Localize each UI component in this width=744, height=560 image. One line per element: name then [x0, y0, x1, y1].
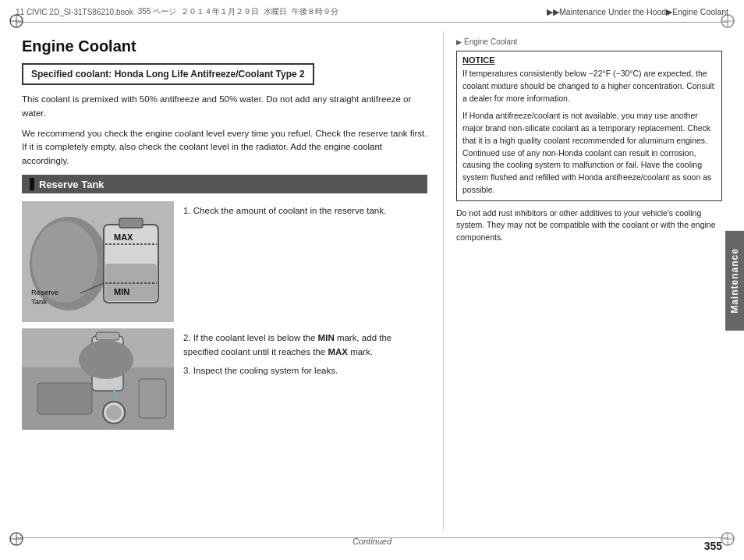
- svg-rect-33: [139, 379, 166, 418]
- svg-rect-32: [37, 383, 92, 414]
- header-day: 水曜日: [264, 6, 287, 17]
- main-content: Engine Coolant Specified coolant: Honda …: [22, 31, 722, 530]
- right-para3: Do not add rust inhibitors or other addi…: [456, 207, 722, 244]
- right-column: ▶ Engine Coolant NOTICE If temperatures …: [443, 31, 722, 530]
- breadcrumb-arrow-icon: ▶: [456, 38, 462, 46]
- step2-prefix: 2. If the coolant level is below the: [183, 333, 318, 342]
- section-heading-label: Reserve Tank: [39, 179, 105, 190]
- reserve-tank-section: MAX MIN Reserve Tank 1. Check the amount…: [22, 201, 427, 322]
- header-row: 11 CIVIC 2D_SI-31TS86210.book 355 ページ ２０…: [16, 6, 728, 17]
- step2-max-bold: MAX: [328, 347, 348, 356]
- step2-min-bold: MIN: [318, 333, 335, 342]
- reserve-tank-image: MAX MIN Reserve Tank: [22, 201, 174, 322]
- step2-suffix: mark.: [348, 347, 373, 356]
- breadcrumb-label: Engine Coolant: [464, 37, 517, 46]
- page-number: 355: [704, 540, 722, 552]
- corner-bl: [8, 530, 25, 548]
- step2-text: 2. If the coolant level is below the MIN…: [183, 331, 427, 360]
- pour-image: [22, 328, 174, 430]
- bottom-section: 2. If the coolant level is below the MIN…: [22, 328, 427, 430]
- heading-bar: [30, 178, 34, 190]
- maintenance-tab: Maintenance: [725, 231, 744, 331]
- step1-col: 1. Check the amount of coolant in the re…: [183, 201, 427, 322]
- top-border: [16, 22, 728, 23]
- notice-title: NOTICE: [462, 55, 716, 65]
- header-right: ▶▶Maintenance Under the Hood▶Engine Cool…: [547, 7, 728, 16]
- header-page-num: 355 ページ: [138, 6, 176, 17]
- page-title: Engine Coolant: [22, 37, 427, 55]
- continued-text: Continued: [353, 537, 391, 546]
- right-breadcrumb: ▶ Engine Coolant: [456, 37, 722, 46]
- left-column: Engine Coolant Specified coolant: Honda …: [22, 31, 443, 530]
- svg-text:MAX: MAX: [114, 232, 133, 242]
- notice-para2: If Honda antifreeze/coolant is not avail…: [462, 110, 716, 196]
- svg-text:Tank: Tank: [31, 297, 47, 306]
- notice-box: NOTICE If temperatures consistently belo…: [456, 51, 722, 201]
- svg-point-29: [79, 340, 133, 379]
- step3-text: 3. Inspect the cooling system for leaks.: [183, 364, 427, 378]
- header-left: 11 CIVIC 2D_SI-31TS86210.book 355 ページ ２０…: [16, 6, 338, 17]
- svg-text:Reserve: Reserve: [31, 288, 58, 296]
- body-para1: This coolant is premixed with 50% antifr…: [22, 93, 427, 121]
- svg-rect-16: [105, 264, 157, 301]
- body-para2: We recommend you check the engine coolan…: [22, 127, 427, 168]
- header-date: ２０１４年１月２９日: [181, 6, 259, 17]
- step1-text: 1. Check the amount of coolant in the re…: [183, 204, 427, 218]
- step23-col: 2. If the coolant level is below the MIN…: [183, 328, 427, 430]
- specified-coolant-box: Specified coolant: Honda Long Life Antif…: [22, 63, 314, 85]
- svg-rect-28: [96, 332, 119, 340]
- notice-para1: If temperatures consistently below −22°F…: [462, 68, 716, 105]
- header-book-info: 11 CIVIC 2D_SI-31TS86210.book: [16, 8, 133, 16]
- header-time: 午後８時９分: [292, 6, 338, 17]
- svg-point-31: [106, 405, 122, 420]
- svg-text:MIN: MIN: [114, 287, 129, 296]
- svg-rect-24: [119, 218, 143, 228]
- reserve-tank-heading: Reserve Tank: [22, 175, 427, 193]
